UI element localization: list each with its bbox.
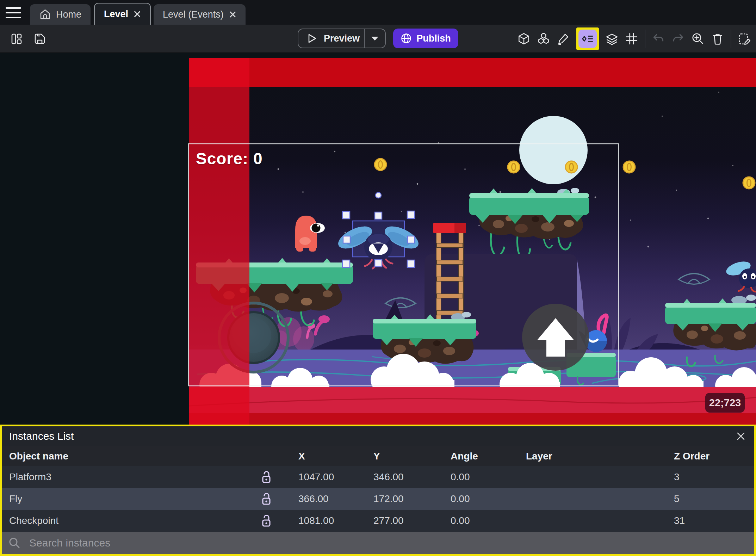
instances-list-icon[interactable] xyxy=(578,30,597,48)
column-header[interactable]: Y xyxy=(372,451,449,462)
undo-icon[interactable] xyxy=(652,32,665,45)
scene-editor-canvas[interactable]: Score: 0 22;723 xyxy=(0,53,756,425)
scene-graphics xyxy=(0,53,756,425)
tab-label: Home xyxy=(56,9,81,20)
table-row[interactable]: Platform3 1047.00 346.00 0.00 3 xyxy=(2,466,754,488)
instance-y: 346.00 xyxy=(372,471,449,483)
instance-angle: 0.00 xyxy=(449,515,524,526)
search-icon xyxy=(8,537,21,549)
coin xyxy=(565,161,577,173)
instances-list-highlight xyxy=(576,27,599,50)
coin xyxy=(374,159,386,171)
close-panel-icon[interactable] xyxy=(735,430,747,442)
instance-x: 1081.00 xyxy=(284,515,372,526)
save-icon[interactable] xyxy=(33,32,47,45)
scene-properties-icon[interactable] xyxy=(738,32,751,45)
red-band-top[interactable] xyxy=(189,58,756,87)
divider xyxy=(731,30,731,48)
rotation-handle xyxy=(376,192,381,198)
edit-pencil-icon[interactable] xyxy=(557,32,570,45)
column-header[interactable]: Layer xyxy=(524,451,674,462)
instance-y: 277.00 xyxy=(372,515,449,526)
tab-label: Level (Events) xyxy=(163,9,224,20)
cube-3d-icon[interactable] xyxy=(517,32,531,45)
layers-icon[interactable] xyxy=(605,32,619,45)
unlock-icon[interactable] xyxy=(248,514,284,528)
search-instances-input[interactable] xyxy=(29,537,748,549)
coin xyxy=(508,161,520,173)
home-icon xyxy=(39,8,51,20)
score-text-object[interactable]: Score: 0 xyxy=(196,149,263,168)
red-stripe[interactable] xyxy=(189,58,249,425)
instance-name: Fly xyxy=(2,493,248,505)
column-header[interactable]: Object name xyxy=(2,451,248,462)
menu-icon[interactable] xyxy=(6,7,21,18)
table-row-selected[interactable]: Fly 366.00 172.00 0.00 5 xyxy=(2,488,754,510)
instance-z-order: 31 xyxy=(674,515,754,526)
search-bar xyxy=(2,532,754,554)
instance-name: Checkpoint xyxy=(2,515,248,526)
publish-button[interactable]: Publish xyxy=(393,29,458,48)
layout-icon[interactable] xyxy=(10,32,23,45)
app-window: Home Level Level (Events) Preview xyxy=(0,0,756,556)
table-header: Object name X Y Angle Layer Z Order xyxy=(2,446,754,466)
panel-title: Instances List xyxy=(9,430,74,442)
jump-button[interactable] xyxy=(522,304,589,371)
trash-icon[interactable] xyxy=(711,32,724,45)
preview-dropdown[interactable] xyxy=(365,36,385,41)
tab-home[interactable]: Home xyxy=(30,4,91,25)
instance-z-order: 5 xyxy=(674,493,754,505)
instance-x: 366.00 xyxy=(284,493,372,505)
instance-x: 1047.00 xyxy=(284,471,372,483)
coin xyxy=(623,161,635,173)
publish-label: Publish xyxy=(416,33,451,44)
panel-title-row: Instances List xyxy=(2,426,754,446)
preview-label: Preview xyxy=(324,33,360,44)
table-row[interactable]: Checkpoint 1081.00 277.00 0.00 31 xyxy=(2,510,754,532)
toolbar: Preview Publish xyxy=(0,25,756,53)
red-band-bottom[interactable] xyxy=(189,387,756,425)
column-header[interactable]: Angle xyxy=(449,451,524,462)
instance-name: Platform3 xyxy=(2,471,248,483)
close-tab-icon[interactable] xyxy=(133,10,141,18)
moon[interactable] xyxy=(519,116,588,184)
coin xyxy=(743,177,755,189)
column-header[interactable]: Z Order xyxy=(674,451,754,462)
platform-middle[interactable] xyxy=(373,312,476,364)
tab-label: Level xyxy=(104,9,128,20)
globe-icon xyxy=(401,33,412,44)
grid-icon[interactable] xyxy=(625,32,638,45)
instances-list-panel: Instances List Object name X Y Angle Lay… xyxy=(0,425,756,556)
object-groups-icon[interactable] xyxy=(537,32,550,45)
instance-y: 172.00 xyxy=(372,493,449,505)
zoom-in-icon[interactable] xyxy=(691,32,705,45)
instance-z-order: 3 xyxy=(674,471,754,483)
preview-button[interactable]: Preview xyxy=(298,29,386,48)
close-tab-icon[interactable] xyxy=(229,11,236,18)
redo-icon[interactable] xyxy=(671,32,685,45)
cursor-coordinates-badge: 22;723 xyxy=(705,393,745,413)
unlock-icon[interactable] xyxy=(248,470,284,484)
tab-bar: Home Level Level (Events) xyxy=(0,0,756,25)
instance-angle: 0.00 xyxy=(449,493,524,505)
tab-level-events[interactable]: Level (Events) xyxy=(154,4,246,25)
divider xyxy=(645,30,645,48)
unlock-icon[interactable] xyxy=(248,492,284,506)
tab-level[interactable]: Level xyxy=(94,3,151,25)
play-icon xyxy=(307,33,317,44)
instance-angle: 0.00 xyxy=(449,471,524,483)
column-header[interactable]: X xyxy=(284,451,372,462)
